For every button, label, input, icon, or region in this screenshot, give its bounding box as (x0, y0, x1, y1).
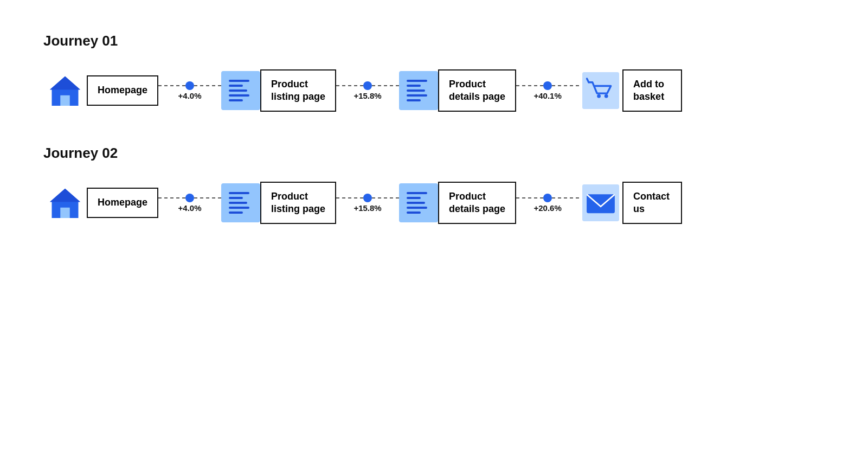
line-3 (229, 89, 247, 92)
line-3 (407, 89, 425, 92)
journey-01-connector-3-label: +40.1% (533, 91, 561, 100)
svg-rect-8 (60, 208, 70, 218)
line-4 (229, 94, 249, 97)
journey-01-section: Journey 01 Homepage (43, 33, 825, 112)
connector-dot (185, 194, 194, 202)
line-2 (229, 85, 243, 87)
journey-01-basket-node: Add tobasket (579, 69, 682, 112)
line-1 (229, 192, 249, 194)
connector-dot (185, 81, 194, 90)
line-4 (407, 94, 427, 97)
line-5 (229, 99, 243, 101)
mail-icon (579, 181, 622, 225)
journey-01-product-listing-node: Productlisting page (221, 69, 336, 112)
journey-02-homepage-node: Homepage (43, 181, 158, 225)
journey-01-title: Journey 01 (43, 33, 825, 49)
journey-02-product-details-label: Productdetails page (438, 182, 516, 225)
svg-rect-2 (60, 95, 70, 106)
line-1 (407, 192, 427, 194)
connector-dot (363, 81, 372, 90)
line-4 (407, 207, 427, 209)
journey-01-homepage-label: Homepage (87, 75, 158, 105)
home-icon (43, 181, 87, 225)
line-5 (407, 99, 421, 101)
journey-02-product-listing-node: Productlisting page (221, 182, 336, 225)
product-details-icon-2 (399, 183, 438, 222)
journey-02-connector-2: +15.8% (336, 194, 399, 213)
connector-dot (363, 194, 372, 202)
line-5 (407, 212, 421, 214)
journey-02-contact-label: Contactus (622, 182, 682, 225)
product-listing-icon-2 (221, 183, 260, 222)
journey-02-contact-node: Contactus (579, 181, 682, 225)
product-listing-icon (221, 71, 260, 110)
svg-rect-3 (582, 72, 619, 109)
journey-02-product-listing-label: Productlisting page (260, 182, 336, 225)
journey-01-product-listing-label: Productlisting page (260, 69, 336, 112)
cart-icon (579, 69, 622, 112)
line-1 (407, 80, 427, 82)
journey-01-homepage-node: Homepage (43, 69, 158, 112)
line-5 (229, 212, 243, 214)
journey-02-section: Journey 02 Homepage +4.0% (43, 145, 825, 225)
svg-point-4 (597, 94, 601, 98)
line-2 (407, 85, 421, 87)
journey-01-flow: Homepage +4.0% Productlistin (43, 69, 825, 112)
journey-01-basket-label: Add tobasket (622, 69, 682, 112)
line-3 (407, 202, 425, 204)
journey-02-connector-1: +4.0% (158, 194, 221, 213)
svg-marker-1 (50, 76, 80, 90)
journey-01-connector-2-label: +15.8% (353, 91, 381, 100)
journey-01-connector-3: +40.1% (516, 81, 579, 100)
line-3 (229, 202, 247, 204)
journey-01-connector-1: +4.0% (158, 81, 221, 100)
product-details-icon (399, 71, 438, 110)
svg-point-5 (605, 94, 608, 98)
journey-01-product-details-label: Productdetails page (438, 69, 516, 112)
journey-02-product-details-node: Productdetails page (399, 182, 516, 225)
journey-02-title: Journey 02 (43, 145, 825, 162)
journey-01-connector-2: +15.8% (336, 81, 399, 100)
journey-02-homepage-label: Homepage (87, 188, 158, 217)
journey-02-connector-1-label: +4.0% (178, 203, 202, 213)
line-2 (229, 197, 243, 199)
journey-01-product-details-node: Productdetails page (399, 69, 516, 112)
line-4 (229, 207, 249, 209)
connector-dot (543, 81, 552, 90)
journey-02-connector-3-label: +20.6% (533, 203, 561, 213)
home-icon (43, 69, 87, 112)
journey-01-connector-1-label: +4.0% (178, 91, 202, 100)
line-2 (407, 197, 421, 199)
line-1 (229, 80, 249, 82)
connector-dot (543, 194, 552, 202)
journey-02-connector-2-label: +15.8% (353, 203, 381, 213)
journey-02-connector-3: +20.6% (516, 194, 579, 213)
svg-marker-7 (50, 189, 80, 202)
journey-02-flow: Homepage +4.0% Productlistin (43, 181, 825, 225)
